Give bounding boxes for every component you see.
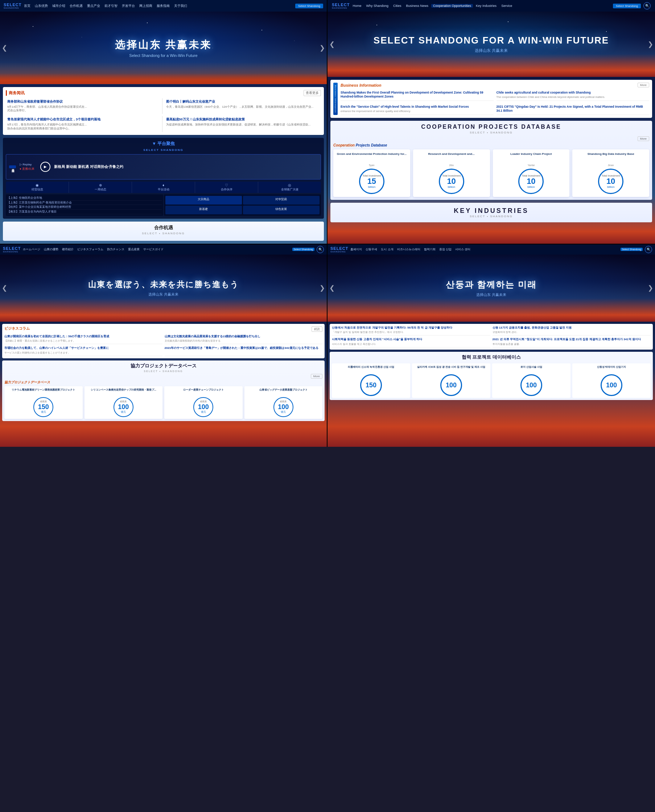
logo-main-ko: SELECT [331, 246, 348, 251]
biz-more-en[interactable]: More [638, 83, 649, 88]
nav-coop-ko[interactable]: 협력기회 [423, 247, 437, 251]
nav-item-industry-cn[interactable]: 重点产业 [85, 4, 102, 8]
nav-why-en[interactable]: Why Shandong [364, 4, 390, 8]
invest-amt-2-ja: 100 [198, 404, 209, 410]
hero-arrow-right-ko[interactable]: ❯ [648, 284, 653, 292]
invest-lbl-1-ja: 総投資 [120, 400, 126, 403]
hero-en: ❮ ❯ SELECT SHANDONG FOR A WIN-WIN FUTURE… [328, 12, 655, 77]
quadrant-chinese: SELECT SHANDONG 首页 山东优势 城市介绍 合作机遇 重点产业 前… [0, 0, 328, 244]
select-btn-en[interactable]: Select Shandong [613, 4, 641, 8]
news-list-item-2-cn[interactable]: 【杭州】某中小企业沿海某某地方联研合材料经营 [7, 205, 162, 210]
logo-sub-cn: SHANDONG [4, 7, 19, 9]
nav-item-online-cn[interactable]: 网上招商 [137, 4, 154, 8]
nav-home-en[interactable]: Home [351, 4, 363, 8]
news-list-item-3-cn[interactable]: 【南京】万某某合谷为内向型人才项目 [7, 210, 162, 214]
project-tag-3-en: Jinan [575, 164, 647, 166]
project-3-ko: 산동성 빅데이터 산업기지 100 [572, 363, 650, 398]
tab-ambassador-cn[interactable]: ◎ 全球推广大使 [258, 182, 321, 193]
biz-item-2-ja: 市場社会の力を動員して、山東のハイレベル人材「サービスチェーン」を豊富に サービ… [5, 346, 163, 356]
hero-subtitle-ko: 选择山东 共赢未来 [476, 292, 506, 297]
news-grid-cn: 商务部和山东省政府签署部省合作协议 9月14日下午，商务部、山东省人民政府合作协… [6, 98, 321, 132]
biz-card-ko: 산동에서 처음으로 전면적으로 개발구의 발전을 기획하다: 59개의 천 억 … [330, 324, 653, 350]
project-card-2-en: Loader Industry Chain Project Yantai Tot… [493, 149, 570, 197]
play-button-cn[interactable]: ▶ [40, 162, 51, 172]
select-btn-ko[interactable]: Select Shandong [621, 248, 643, 251]
nav-item-about-cn[interactable]: 关于我们 [172, 4, 189, 8]
invest-amt-2-ko: 100 [526, 382, 537, 388]
nav-home-ko[interactable]: 홈페이지 [349, 247, 363, 251]
more-btn-cn[interactable]: 查看更多 [304, 90, 321, 96]
biz-news-1-en: Chile seeks agricultural and cultural co… [497, 89, 650, 101]
hero-arrow-left-ja[interactable]: ❮ [2, 284, 7, 292]
nav-news-en[interactable]: Business News [404, 4, 430, 8]
nav-biz-ja[interactable]: ビジネスフォーラム [76, 247, 105, 251]
tab-partner-cn[interactable]: ♡ 合作伙伴 [195, 182, 258, 193]
projects-grid-en: Green and Environmental Protection Indus… [333, 149, 649, 197]
news-col2-cn: 大宗商品 对华贸易 新基建 绿色发展 [164, 194, 321, 216]
nav-item-platform-cn[interactable]: 开发平台 [120, 4, 137, 8]
select-btn-cn[interactable]: Select Shandong [295, 4, 323, 8]
invest-circle-2-ko: 100 [520, 374, 542, 396]
biz-item-title-0-ja: 山東が開発区の発展を初めて全面的に計画した：59の千億クラスの開発区を育成 [5, 335, 163, 338]
nav-biz-ko[interactable]: 비즈니스뉴스레터 [396, 247, 422, 251]
nav-item-home-cn[interactable]: 首页 [22, 4, 32, 8]
hero-ja: ❮ ❯ 山東を選ぼう、未来を共に勝ち進もう 选择山东 共赢未来 [0, 255, 327, 322]
investment-circle-2-en: Total Investment 10 billion [518, 169, 544, 194]
nav-adv-ja[interactable]: 山東の優勢 [42, 247, 60, 251]
hero-arrow-left-ko[interactable]: ❮ [329, 284, 335, 292]
project-0-ko: 리튬배터리 신소재 녹색 친환경 산업 사업 150 [332, 363, 410, 398]
nav-item-talent-cn[interactable]: 前才引智 [103, 4, 119, 8]
nav-svc-ko[interactable]: 서비스 센터 [454, 247, 472, 251]
news-desc-0-cn: 式在山东举行。 [7, 109, 161, 112]
news-date-2-cn: 9月17日，青岛市内现代海洋人才就能中心在市北区揭牌成立... [7, 123, 161, 126]
proj-name-2-ja: ローダー産業チェーンプロジェクト [166, 388, 241, 396]
search-icon-en[interactable]: 🔍 [643, 2, 650, 9]
coop-more-ja[interactable]: More [311, 374, 323, 378]
nav-cities-ja[interactable]: 都市紹介 [61, 247, 75, 251]
invest-lbl-2-ja: 総投資 [200, 400, 207, 403]
biz-item-desc-0-ko: 「개발구 설치 및 일체화 발전을 전면 추진한다」에서 규정한다. [332, 331, 490, 334]
hero-arrow-left-cn[interactable]: ❮ [2, 44, 7, 52]
nav-key-en[interactable]: Key Industries [474, 4, 498, 8]
nav-home-ja[interactable]: ホームページ [22, 247, 42, 251]
hero-arrow-right-en[interactable]: ❯ [648, 40, 653, 48]
project-card-3-en: Shandong Big Data Industry Base Jinan To… [572, 149, 649, 197]
proj-name-0-ja: リチウム電池新素材グリーン環境保護産業ブロジェクト [6, 388, 81, 396]
nav-item-cities-cn[interactable]: 城市介绍 [51, 4, 67, 8]
biz-header-ja: ビジネスコラム 続読 [5, 326, 323, 332]
tab-activity-cn[interactable]: ♦ 平台活动 [132, 182, 195, 193]
search-icon-ko[interactable]: 🔍 [645, 246, 652, 253]
tab-weekly-cn[interactable]: ⊕ 一周动态 [69, 182, 132, 193]
invest-amount-3-en: 10 [606, 177, 615, 185]
nav-item-coop-cn[interactable]: 合作机遇 [68, 4, 85, 8]
nav-ja: SELECT SHANDONG ホームページ 山東の優勢 都市紹介 ビジネスフォ… [0, 245, 327, 255]
nav-item-service-cn[interactable]: 服务指南 [155, 4, 172, 8]
hero-arrow-right-ja[interactable]: ❯ [320, 284, 325, 292]
search-icon-ja[interactable]: 🔍 [317, 246, 324, 253]
news-item-3-cn: 最高贴息50万元！山东实施科技成果转化贷款贴息政策 为促进科技成果落地、加快科学… [165, 116, 321, 132]
nav-adv-ko[interactable]: 산동우세 [364, 247, 379, 251]
platform-section-cn: ▼ 平台聚焦 SELECT SHANDONG 直播山东 ▷ Replay ● 直… [3, 138, 324, 219]
nav-coop-ja[interactable]: 协力チャンス [106, 247, 126, 251]
investment-circle-0-en: Total Investment 15 billion [359, 169, 384, 194]
logo-ja: SELECT SHANDONG [3, 246, 21, 253]
nav-service-en[interactable]: Service [500, 4, 514, 8]
nav-svc-ja[interactable]: サービスガイド [142, 247, 165, 251]
nav-item-advantage-cn[interactable]: 山东优势 [33, 4, 50, 8]
nav-ind-ja[interactable]: 重点産業 [126, 247, 141, 251]
news-title-3-cn: 最高贴息50万元！山东实施科技成果转化贷款贴息政策 [166, 117, 320, 122]
hero-arrow-right-cn[interactable]: ❯ [320, 44, 325, 52]
tab-trade-cn[interactable]: ◉ 经贸信息 [6, 182, 69, 193]
nav-ind-ko[interactable]: 중점 산업 [438, 247, 453, 251]
nav-cities-ko[interactable]: 도시 소개 [379, 247, 395, 251]
biz-more-ja[interactable]: 続読 [312, 326, 323, 332]
coop-db-more-en[interactable]: More [638, 136, 649, 141]
nav-cities-en[interactable]: Cities [391, 4, 403, 8]
news-list-item-0-cn[interactable]: 【上海】生物医药企业市地 [7, 196, 162, 201]
project-1-ko: 실리카케 서브트 집성 광 전송 시비 칩 연구개발 및 제조 사업 100 [412, 363, 490, 398]
nav-coop-en[interactable]: Cooperation Opportunities [431, 4, 473, 8]
select-btn-ja[interactable]: Select Shandong [292, 248, 314, 251]
news-list-item-1-cn[interactable]: 【上海】江苏某生物制药在产·集地投资目前推介会 [7, 201, 162, 205]
hero-arrow-left-en[interactable]: ❮ [329, 40, 335, 48]
logo-en: SELECT SHANDONG [332, 3, 350, 9]
